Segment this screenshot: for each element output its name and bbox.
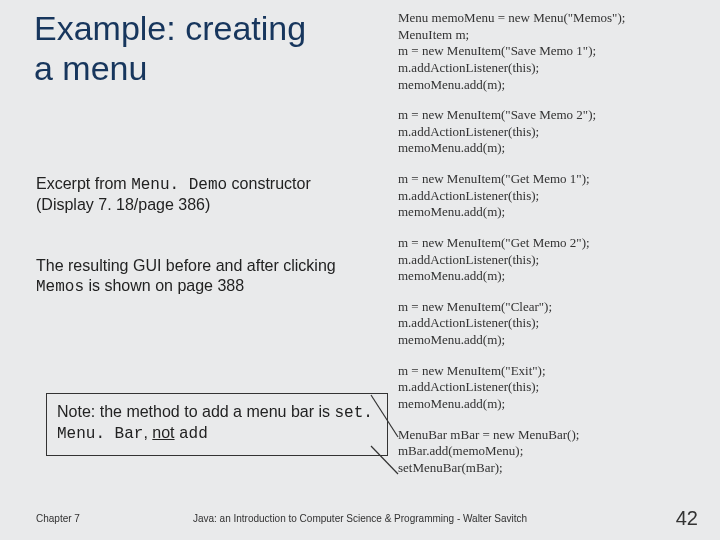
footer-center: Java: an Introduction to Computer Scienc…	[0, 513, 720, 524]
code-line: MenuBar mBar = new MenuBar();	[398, 427, 698, 444]
note-mono-2: add	[179, 425, 208, 443]
code-line: m = new MenuItem("Exit");	[398, 363, 698, 380]
code-line: mBar.add(memoMenu);	[398, 443, 698, 460]
code-line: memoMenu.add(m);	[398, 332, 698, 349]
result-pre: The resulting GUI before and after click…	[36, 257, 336, 274]
slide-title: Example: creating a menu	[34, 8, 334, 88]
code-block: m = new MenuItem("Exit");m.addActionList…	[398, 363, 698, 413]
code-block: m = new MenuItem("Clear");m.addActionLis…	[398, 299, 698, 349]
excerpt-pre: Excerpt from	[36, 175, 131, 192]
code-block: m = new MenuItem("Get Memo 1");m.addActi…	[398, 171, 698, 221]
result-mono: Memos	[36, 278, 84, 296]
code-block: m = new MenuItem("Get Memo 2");m.addActi…	[398, 235, 698, 285]
code-line: m.addActionListener(this);	[398, 379, 698, 396]
code-block: MenuBar mBar = new MenuBar();mBar.add(me…	[398, 427, 698, 477]
code-listing: Menu memoMenu = new Menu("Memos");MenuIt…	[398, 10, 698, 490]
code-line: m.addActionListener(this);	[398, 188, 698, 205]
note-box: Note: the method to add a menu bar is se…	[46, 393, 388, 456]
result-post: is shown on page 388	[84, 277, 244, 294]
slide-number: 42	[676, 507, 698, 530]
code-line: m = new MenuItem("Get Memo 2");	[398, 235, 698, 252]
code-line: m = new MenuItem("Clear");	[398, 299, 698, 316]
note-underline: not	[152, 424, 174, 441]
code-block: m = new MenuItem("Save Memo 2");m.addAct…	[398, 107, 698, 157]
code-line: Menu memoMenu = new Menu("Memos");	[398, 10, 698, 27]
excerpt-mono: Menu. Demo	[131, 176, 227, 194]
code-line: m.addActionListener(this);	[398, 124, 698, 141]
code-line: m.addActionListener(this);	[398, 60, 698, 77]
result-text: The resulting GUI before and after click…	[36, 256, 356, 298]
note-mid: ,	[143, 424, 152, 441]
code-line: memoMenu.add(m);	[398, 268, 698, 285]
code-line: memoMenu.add(m);	[398, 140, 698, 157]
code-block: Menu memoMenu = new Menu("Memos");MenuIt…	[398, 10, 698, 93]
note-pre: Note: the method to add a menu bar is	[57, 403, 335, 420]
code-line: setMenuBar(mBar);	[398, 460, 698, 477]
code-line: m = new MenuItem("Get Memo 1");	[398, 171, 698, 188]
excerpt-text: Excerpt from Menu. Demo constructor (Dis…	[36, 174, 356, 216]
code-line: memoMenu.add(m);	[398, 204, 698, 221]
code-line: m = new MenuItem("Save Memo 2");	[398, 107, 698, 124]
code-line: memoMenu.add(m);	[398, 77, 698, 94]
code-line: MenuItem m;	[398, 27, 698, 44]
code-line: m.addActionListener(this);	[398, 252, 698, 269]
code-line: m = new MenuItem("Save Memo 1");	[398, 43, 698, 60]
code-line: memoMenu.add(m);	[398, 396, 698, 413]
code-line: m.addActionListener(this);	[398, 315, 698, 332]
